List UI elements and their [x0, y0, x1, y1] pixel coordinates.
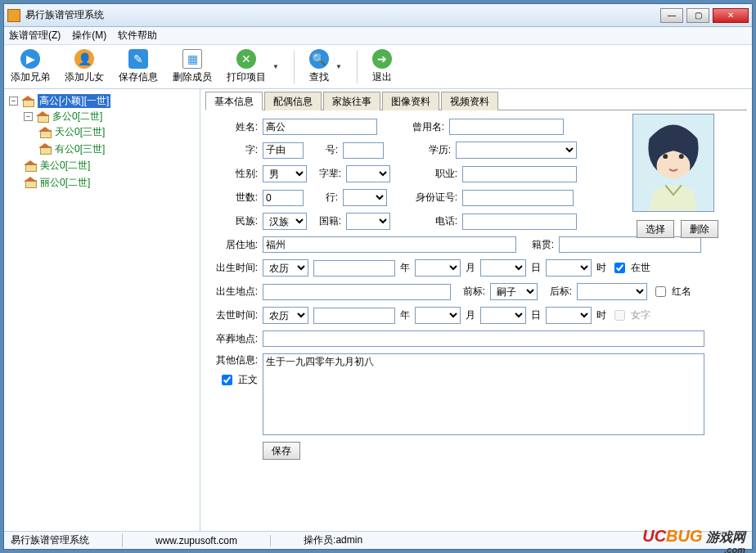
collapse-icon[interactable]: −: [24, 112, 33, 121]
addr-input[interactable]: [263, 236, 516, 253]
print-button[interactable]: ✕ 打印项目: [227, 49, 266, 84]
label-job: 职业:: [412, 167, 457, 181]
hao-input[interactable]: [343, 142, 384, 159]
birth-place-input[interactable]: [263, 284, 451, 300]
birth-month-select[interactable]: [415, 259, 461, 276]
qianbiao-select[interactable]: 嗣子: [490, 283, 538, 300]
label-zhengwen: 正文: [238, 373, 258, 387]
search-dropdown-arrow[interactable]: ▼: [335, 63, 342, 70]
toolbar-separator: [357, 51, 358, 83]
birth-year-input[interactable]: [313, 260, 395, 276]
add-brother-button[interactable]: ▶ 添加兄弟: [11, 49, 50, 84]
label-other: 其他信息:: [212, 353, 258, 367]
tree-node[interactable]: 天公0[三世]: [38, 125, 105, 139]
play-icon: ▶: [20, 49, 40, 69]
print-dropdown-arrow[interactable]: ▼: [272, 63, 279, 70]
label-ethnic: 民族:: [212, 214, 258, 228]
status-app: 易行族谱管理系统: [11, 533, 123, 547]
tree-node[interactable]: 美公0[二世]: [24, 159, 90, 173]
label-alive: 在世: [631, 261, 650, 275]
close-button[interactable]: ✕: [713, 8, 749, 23]
nvzi-checkbox: [614, 310, 625, 321]
birth-day-select[interactable]: [480, 259, 526, 276]
minimize-button[interactable]: —: [660, 8, 683, 23]
label-addr: 居住地:: [212, 238, 258, 252]
save-button[interactable]: 保存: [263, 442, 300, 460]
gender-select[interactable]: 男: [263, 165, 307, 182]
menu-zupu[interactable]: 族谱管理(Z): [9, 29, 61, 43]
label-gender: 性别:: [212, 167, 258, 181]
idcard-input[interactable]: [462, 190, 574, 206]
ethnic-select[interactable]: 汉族: [263, 213, 307, 230]
collapse-icon[interactable]: −: [9, 97, 18, 106]
label-zi: 字:: [212, 143, 258, 157]
tree-node[interactable]: 有公0[三世]: [38, 142, 105, 156]
exit-button[interactable]: ➔ 退出: [372, 49, 392, 84]
label-zibei: 字辈:: [312, 167, 341, 181]
tab-image[interactable]: 图像资料: [382, 92, 439, 110]
death-hour-select[interactable]: [546, 307, 592, 324]
other-textarea[interactable]: 生于一九四零年九月初八: [263, 353, 704, 435]
window-title: 易行族谱管理系统: [25, 8, 660, 22]
status-operator: 操作员:admin: [304, 533, 362, 547]
label-gen: 世数:: [212, 191, 258, 205]
label-bury-place: 卒葬地点:: [212, 332, 258, 346]
label-hour: 时: [596, 261, 606, 275]
tab-video[interactable]: 视频资料: [441, 92, 498, 110]
search-button[interactable]: 🔍 查找: [309, 49, 329, 84]
portrait-delete-button[interactable]: 删除: [681, 220, 718, 238]
tree-node[interactable]: 丽公0[二世]: [24, 176, 90, 190]
label-red: 红名: [672, 285, 691, 299]
label-death-time: 去世时间:: [212, 308, 258, 322]
birth-hour-select[interactable]: [546, 259, 592, 276]
menu-help[interactable]: 软件帮助: [118, 29, 157, 43]
edu-select[interactable]: [456, 142, 577, 159]
bury-place-input[interactable]: [263, 330, 704, 347]
origin-input[interactable]: [559, 236, 701, 253]
label-hang: 行:: [308, 191, 338, 205]
death-cal-select[interactable]: 农历: [263, 307, 308, 324]
zi-input[interactable]: [263, 142, 304, 159]
person-icon: 👤: [74, 49, 94, 69]
label-birth-time: 出生时间:: [212, 261, 258, 275]
alive-checkbox[interactable]: [614, 263, 625, 273]
red-checkbox[interactable]: [655, 286, 666, 297]
death-month-select[interactable]: [415, 307, 461, 324]
label-year: 年: [400, 308, 410, 322]
label-day: 日: [531, 308, 541, 322]
label-houbiao: 后标:: [542, 285, 572, 299]
houbiao-select[interactable]: [577, 283, 647, 300]
tab-family[interactable]: 家族往事: [323, 92, 380, 110]
tab-spouse[interactable]: 配偶信息: [264, 92, 322, 110]
delete-member-button[interactable]: ▦ 删除成员: [173, 49, 212, 84]
birth-cal-select[interactable]: 农历: [263, 259, 308, 276]
tree-node[interactable]: − 多公0[二世]: [24, 110, 102, 124]
name-input[interactable]: [263, 119, 377, 135]
death-day-select[interactable]: [480, 307, 526, 324]
job-input[interactable]: [462, 166, 577, 182]
former-name-input[interactable]: [449, 119, 564, 135]
label-phone: 电话:: [412, 214, 457, 228]
tree-node-root[interactable]: − 高公[小颖][一世]: [9, 94, 110, 108]
save-info-button[interactable]: ✎ 保存信息: [119, 49, 158, 84]
svg-point-3: [679, 154, 684, 159]
portrait-image: [632, 114, 714, 212]
phone-input[interactable]: [462, 214, 577, 230]
zibei-select[interactable]: [346, 165, 390, 182]
label-hour: 时: [596, 308, 606, 322]
zhengwen-checkbox[interactable]: [222, 375, 232, 385]
maximize-button[interactable]: ▢: [686, 8, 709, 23]
brand-logo: UCBUG 游戏网 .com: [642, 527, 745, 553]
portrait-select-button[interactable]: 选择: [637, 220, 674, 238]
add-child-button[interactable]: 👤 添加儿女: [65, 49, 104, 84]
nation-select[interactable]: [346, 213, 390, 230]
death-year-input[interactable]: [313, 308, 395, 324]
house-icon: [38, 127, 52, 138]
tab-basic[interactable]: 基本信息: [205, 92, 263, 110]
gen-input[interactable]: [263, 190, 304, 206]
house-icon: [36, 111, 49, 123]
hang-select[interactable]: [343, 189, 387, 206]
menu-ops[interactable]: 操作(M): [72, 29, 106, 43]
label-hao: 号:: [308, 143, 338, 157]
tree-pane: − 高公[小颖][一世] − 多公0[二世]: [4, 89, 200, 531]
